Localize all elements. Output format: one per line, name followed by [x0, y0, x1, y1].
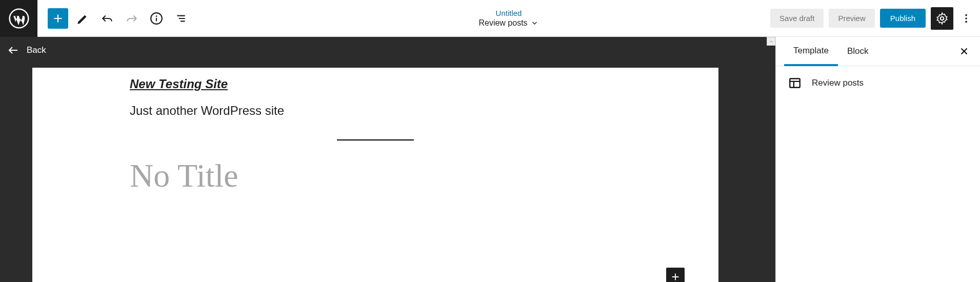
template-name-label: Review posts	[812, 78, 864, 88]
arrow-left-icon	[7, 44, 19, 56]
tab-block[interactable]: Block	[838, 37, 878, 66]
settings-button[interactable]	[931, 7, 953, 30]
preview-button[interactable]: Preview	[829, 9, 874, 28]
settings-sidebar: Template Block Review posts	[775, 37, 980, 282]
close-sidebar-button[interactable]	[956, 44, 972, 59]
template-panel-row[interactable]: Review posts	[776, 66, 980, 100]
redo-button[interactable]	[122, 8, 142, 29]
wordpress-logo[interactable]	[0, 0, 37, 37]
page-preview: New Testing Site Just another WordPress …	[32, 68, 718, 282]
list-view-button[interactable]	[171, 8, 191, 29]
svg-point-4	[965, 14, 967, 16]
gear-icon	[935, 12, 949, 25]
undo-button[interactable]	[97, 8, 117, 29]
layout-icon	[788, 76, 802, 90]
tools-button[interactable]	[72, 8, 93, 29]
svg-point-2	[156, 15, 157, 17]
block-inserter-button[interactable]	[48, 8, 68, 29]
dots-vertical-icon	[961, 13, 972, 24]
post-title-placeholder[interactable]: No Title	[130, 157, 621, 195]
document-title-link[interactable]: Untitled	[496, 9, 522, 17]
publish-button[interactable]: Publish	[880, 9, 926, 28]
add-block-button[interactable]	[666, 268, 685, 282]
site-tagline[interactable]: Just another WordPress site	[130, 104, 621, 118]
template-selector-label: Review posts	[478, 18, 527, 28]
more-options-button[interactable]	[958, 7, 974, 30]
scrollbar-up-button[interactable]	[767, 37, 775, 46]
tab-template[interactable]: Template	[784, 37, 838, 66]
back-label: Back	[27, 45, 46, 55]
site-title[interactable]: New Testing Site	[130, 77, 621, 91]
close-icon	[958, 46, 970, 57]
template-selector[interactable]: Review posts	[478, 18, 538, 28]
svg-point-6	[965, 21, 967, 23]
plus-icon	[670, 271, 681, 282]
svg-point-3	[941, 16, 944, 20]
editor-canvas: Back New Testing Site Just another WordP…	[0, 37, 775, 282]
svg-point-5	[965, 17, 967, 19]
document-info-button[interactable]	[146, 8, 167, 29]
chevron-down-icon	[531, 19, 539, 27]
save-draft-button[interactable]: Save draft	[770, 9, 824, 28]
svg-rect-7	[790, 78, 800, 87]
back-button[interactable]: Back	[7, 44, 46, 56]
separator-block[interactable]	[337, 139, 414, 140]
